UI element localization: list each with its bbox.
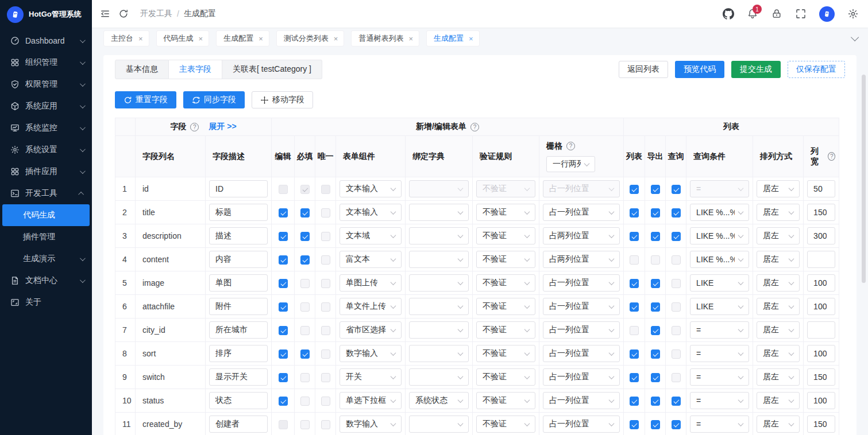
component-select[interactable]: 富文本 (340, 251, 402, 268)
cond-select[interactable]: LIKE %...% (690, 227, 749, 244)
desc-input[interactable]: 内容 (209, 251, 268, 268)
sidebar-item-8[interactable]: 文档中心 (0, 270, 92, 292)
dict-select[interactable] (409, 274, 469, 292)
grid-select[interactable]: 占一列位置 (543, 345, 620, 362)
required-checkbox[interactable] (300, 232, 310, 241)
list-checkbox[interactable] (630, 420, 639, 429)
grid-select[interactable]: 占一列位置 (543, 368, 620, 386)
grid-select[interactable]: 占一列位置 (543, 298, 620, 315)
export-checkbox[interactable] (651, 326, 660, 335)
page-tab-5[interactable]: 生成配置× (426, 30, 480, 46)
unique-checkbox[interactable] (321, 397, 330, 406)
component-select[interactable]: 开关 (340, 368, 402, 386)
list-checkbox[interactable] (630, 397, 639, 406)
rule-select[interactable]: 不验证 (476, 415, 535, 433)
unique-checkbox[interactable] (321, 208, 330, 218)
edit-checkbox[interactable] (279, 255, 288, 265)
dict-select[interactable] (409, 368, 469, 386)
list-checkbox[interactable] (630, 185, 639, 194)
dict-select[interactable]: 系统状态 (409, 392, 469, 409)
sidebar-item-3[interactable]: 系统应用 (0, 95, 92, 117)
align-select[interactable]: 居左 (757, 345, 800, 362)
sidebar-subitem-7-2[interactable]: 生成演示 (0, 248, 92, 270)
cond-select[interactable]: LIKE %...% (690, 204, 749, 221)
align-select[interactable]: 居左 (757, 204, 800, 221)
refresh-icon[interactable] (118, 9, 129, 19)
export-checkbox[interactable] (651, 397, 660, 406)
tab-close-icon[interactable]: × (469, 35, 473, 42)
cond-select[interactable]: = (690, 345, 749, 362)
align-select[interactable]: 居左 (757, 298, 800, 315)
export-checkbox[interactable] (651, 232, 660, 241)
grid-layout-select[interactable]: 一行两列 (546, 156, 595, 172)
page-tab-2[interactable]: 生成配置× (216, 30, 269, 46)
panel-tab-0[interactable]: 基本信息 (115, 60, 169, 79)
grid-select[interactable]: 占一列位置 (543, 274, 620, 292)
align-select[interactable]: 居左 (757, 392, 800, 409)
unique-checkbox[interactable] (321, 349, 330, 359)
rule-select[interactable]: 不验证 (476, 392, 535, 409)
export-checkbox[interactable] (651, 255, 660, 265)
rule-select[interactable]: 不验证 (476, 298, 535, 315)
page-tab-1[interactable]: 代码生成× (156, 30, 210, 46)
required-checkbox[interactable] (300, 255, 310, 265)
required-checkbox[interactable] (300, 397, 310, 406)
unique-checkbox[interactable] (321, 255, 330, 265)
list-checkbox[interactable] (630, 349, 639, 359)
rule-select[interactable]: 不验证 (476, 251, 535, 268)
grid-select[interactable]: 占一列位置 (543, 415, 620, 433)
unique-checkbox[interactable] (321, 373, 330, 382)
back-to-list-button[interactable]: 返回列表 (619, 61, 668, 78)
export-checkbox[interactable] (651, 208, 660, 218)
list-checkbox[interactable] (630, 255, 639, 265)
edit-checkbox[interactable] (279, 349, 288, 359)
sidebar-item-0[interactable]: Dashboard (0, 30, 92, 52)
export-checkbox[interactable] (651, 349, 660, 359)
query-checkbox[interactable] (672, 397, 681, 406)
query-checkbox[interactable] (672, 420, 681, 429)
grid-select[interactable]: 占一列位置 (543, 321, 620, 339)
width-input[interactable]: 100 (807, 298, 835, 315)
rule-select[interactable]: 不验证 (476, 204, 535, 221)
sidebar-item-1[interactable]: 组织管理 (0, 52, 92, 73)
component-select[interactable]: 单图上传 (340, 274, 402, 292)
width-input[interactable]: 150 (807, 204, 835, 221)
tabbar-chevron-down-icon[interactable] (851, 33, 859, 41)
export-checkbox[interactable] (651, 420, 660, 429)
list-checkbox[interactable] (630, 326, 639, 335)
width-input[interactable]: 100 (807, 392, 835, 409)
query-checkbox[interactable] (672, 349, 681, 359)
rule-select[interactable]: 不验证 (476, 274, 535, 292)
panel-tab-2[interactable]: 关联表[ testCategory ] (222, 60, 322, 79)
sidebar-item-7[interactable]: 开发工具 (0, 182, 92, 204)
desc-input[interactable]: ID (209, 180, 268, 197)
unique-checkbox[interactable] (321, 302, 330, 312)
dict-select[interactable] (409, 204, 469, 221)
component-select[interactable]: 文本输入 (340, 180, 402, 197)
required-checkbox[interactable] (300, 208, 310, 218)
sidebar-item-2[interactable]: 权限管理 (0, 73, 92, 95)
desc-input[interactable]: 状态 (209, 392, 268, 409)
desc-input[interactable]: 显示开关 (209, 368, 268, 386)
component-select[interactable]: 数字输入 (340, 345, 402, 362)
edit-checkbox[interactable] (279, 373, 288, 382)
query-checkbox[interactable] (672, 279, 681, 288)
tab-close-icon[interactable]: × (259, 35, 263, 42)
export-checkbox[interactable] (651, 373, 660, 382)
width-input[interactable] (807, 251, 835, 268)
desc-input[interactable]: 标题 (209, 204, 268, 221)
cond-select[interactable]: = (690, 392, 749, 409)
width-input[interactable]: 50 (807, 180, 835, 197)
component-select[interactable]: 文本域 (340, 227, 402, 244)
list-checkbox[interactable] (630, 208, 639, 218)
required-checkbox[interactable] (300, 279, 310, 288)
unique-checkbox[interactable] (321, 420, 330, 429)
dict-select[interactable] (409, 227, 469, 244)
sync-fields-button[interactable]: 同步字段 (183, 91, 245, 108)
desc-input[interactable]: 附件 (209, 298, 268, 315)
rule-select[interactable]: 不验证 (476, 345, 535, 362)
list-checkbox[interactable] (630, 232, 639, 241)
query-checkbox[interactable] (672, 208, 681, 218)
sidebar-subitem-7-0[interactable]: 代码生成 (2, 204, 90, 226)
required-checkbox[interactable] (300, 349, 310, 359)
